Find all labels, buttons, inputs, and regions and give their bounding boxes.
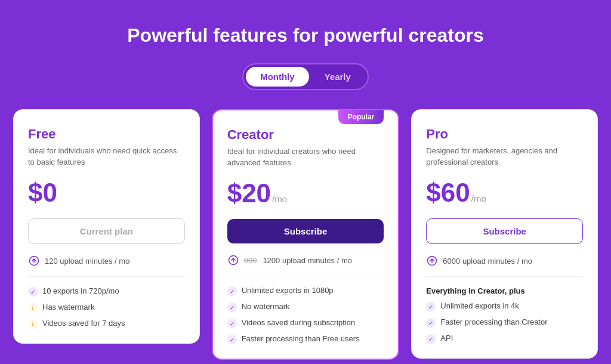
feature-text: Videos saved during subscription xyxy=(242,318,356,327)
page-title: Powerful features for powerful creators xyxy=(127,24,483,47)
feature-text: Faster processing than Free users xyxy=(242,334,360,343)
feature-text: Has watermark xyxy=(42,303,94,311)
check-icon: ✓ xyxy=(426,302,436,311)
upload-icon xyxy=(426,255,438,267)
info-icon: i xyxy=(28,303,38,313)
feature-text: Unlimited exports in 1080p xyxy=(242,286,334,295)
upload-minutes-main: 6000 upload minutes / mo xyxy=(443,257,532,266)
upload-minutes: 6000 upload minutes / mo xyxy=(426,255,583,277)
check-icon: ✓ xyxy=(426,318,436,328)
plan-price: $0 xyxy=(28,178,185,208)
upload-icon xyxy=(227,254,239,266)
monthly-toggle-btn[interactable]: Monthly xyxy=(246,67,309,87)
price-amount: $60 xyxy=(426,178,470,208)
plan-card-free: Free Ideal for individuals who need quic… xyxy=(13,109,200,344)
info-icon: i xyxy=(28,319,38,329)
subscribe-btn-creator[interactable]: Subscribe xyxy=(227,219,384,243)
upload-minutes-main: 120 upload minutes / mo xyxy=(45,257,129,266)
plans-container: Free Ideal for individuals who need quic… xyxy=(13,109,598,360)
feature-item: ✓ 10 exports in 720p/mo xyxy=(28,286,185,297)
feature-text: No watermark xyxy=(242,302,290,311)
feature-item: i Has watermark xyxy=(28,303,185,313)
upload-minutes-main: 1200 upload minutes / mo xyxy=(263,256,352,265)
price-period: /mo xyxy=(471,193,486,203)
features-list: ✓ 10 exports in 720p/mo i Has watermark … xyxy=(28,286,185,329)
feature-item: i Videos saved for 7 days xyxy=(28,319,185,329)
plan-name: Free xyxy=(28,127,185,142)
check-icon: ✓ xyxy=(227,335,237,344)
plan-name: Creator xyxy=(227,127,384,143)
feature-text: Faster processing than Creator xyxy=(440,317,547,326)
check-icon: ✓ xyxy=(227,303,237,312)
feature-item: ✓ Unlimited exports in 1080p xyxy=(227,286,384,296)
feature-item: ✓ Faster processing than Free users xyxy=(227,334,384,344)
price-period: /mo xyxy=(272,194,287,204)
features-title: Everything in Creator, plus xyxy=(426,286,583,295)
upload-minutes: 800 1200 upload minutes / mo xyxy=(227,254,384,276)
plan-card-creator: Popular Creator Ideal for individual cre… xyxy=(212,109,400,360)
feature-text: Videos saved for 7 days xyxy=(42,319,125,328)
price-amount: $0 xyxy=(28,178,57,208)
plan-card-pro: Pro Designed for marketers, agencies and… xyxy=(411,109,598,359)
plan-price: $20 /mo xyxy=(227,178,384,208)
feature-text: API xyxy=(440,334,453,343)
popular-badge: Popular xyxy=(338,110,384,124)
features-list: ✓ Unlimited exports in 4k ✓ Faster proce… xyxy=(426,301,583,344)
feature-text: Unlimited exports in 4k xyxy=(440,301,519,310)
feature-item: ✓ API xyxy=(426,334,583,344)
feature-text: 10 exports in 720p/mo xyxy=(42,286,119,295)
plan-description: Ideal for individual creators who need a… xyxy=(227,146,384,169)
subscribe-btn-pro[interactable]: Subscribe xyxy=(426,218,583,244)
feature-item: ✓ No watermark xyxy=(227,302,384,312)
current-plan-btn: Current plan xyxy=(28,218,185,244)
features-list: ✓ Unlimited exports in 1080p ✓ No waterm… xyxy=(227,286,384,344)
feature-item: ✓ Unlimited exports in 4k xyxy=(426,301,583,311)
check-icon: ✓ xyxy=(227,286,237,296)
plan-price: $60 /mo xyxy=(426,178,583,208)
plan-name: Pro xyxy=(426,127,583,142)
plan-description: Designed for marketers, agencies and pro… xyxy=(426,146,583,168)
feature-item: ✓ Videos saved during subscription xyxy=(227,318,384,328)
billing-toggle: Monthly Yearly xyxy=(242,63,369,90)
upload-minutes-crossed: 800 xyxy=(244,256,257,265)
feature-item: ✓ Faster processing than Creator xyxy=(426,317,583,328)
upload-minutes: 120 upload minutes / mo xyxy=(28,255,185,277)
price-amount: $20 xyxy=(227,178,271,208)
plan-description: Ideal for individuals who need quick acc… xyxy=(28,146,185,168)
check-icon: ✓ xyxy=(28,287,38,297)
upload-icon xyxy=(28,255,40,267)
check-icon: ✓ xyxy=(227,319,237,328)
check-icon: ✓ xyxy=(426,334,436,344)
yearly-toggle-btn[interactable]: Yearly xyxy=(310,67,365,87)
